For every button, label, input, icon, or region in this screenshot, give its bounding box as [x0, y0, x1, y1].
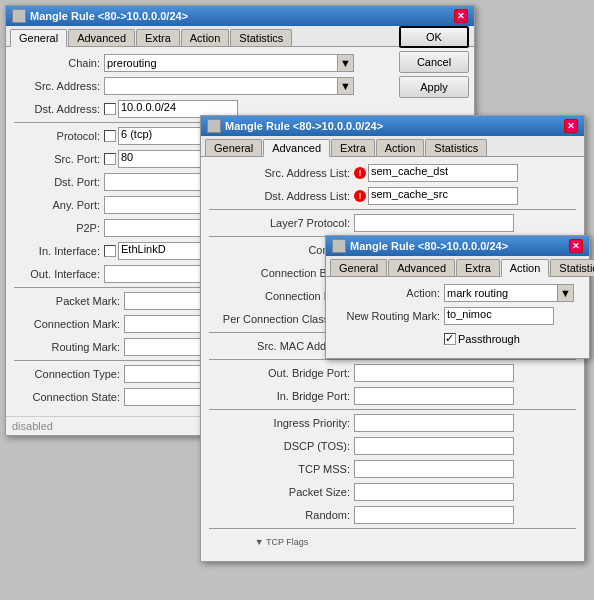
action-row: Action: mark routing ▼	[334, 283, 581, 303]
tab-general-3[interactable]: General	[330, 259, 387, 276]
chain-value: prerouting	[107, 57, 157, 69]
dscp-row: DSCP (TOS):	[209, 436, 576, 456]
tabs-3: General Advanced Extra Action Statistics	[326, 256, 589, 277]
window-icon-2	[207, 119, 221, 133]
src-address-dropdown-arrow[interactable]: ▼	[337, 78, 353, 94]
tab-advanced-2[interactable]: Advanced	[263, 139, 330, 157]
in-bridge-label: In. Bridge Port:	[209, 390, 354, 402]
window-title-3: Mangle Rule <80->10.0.0.0/24>	[350, 240, 508, 252]
ok-cancel-area: OK Cancel Apply	[399, 26, 469, 98]
tab-extra-3[interactable]: Extra	[456, 259, 500, 276]
window-icon-3	[332, 239, 346, 253]
ingress-label: Ingress Priority:	[209, 417, 354, 429]
passthrough-label: Passthrough	[458, 333, 520, 345]
new-routing-mark-row: New Routing Mark: to_nimoc	[334, 306, 581, 326]
tab-extra-2[interactable]: Extra	[331, 139, 375, 156]
packet-size-input[interactable]	[354, 483, 514, 501]
close-button-2[interactable]: ✕	[564, 119, 578, 133]
tab-statistics-1[interactable]: Statistics	[230, 29, 292, 46]
action-dropdown-arrow[interactable]: ▼	[557, 285, 573, 301]
ok-button[interactable]: OK	[399, 26, 469, 48]
protocol-checkbox[interactable]	[104, 130, 116, 142]
src-addr-exclaim: !	[354, 167, 366, 179]
action-value: mark routing	[447, 287, 508, 299]
chain-dropdown-arrow[interactable]: ▼	[337, 55, 353, 71]
packet-mark-label: Packet Mark:	[14, 295, 124, 307]
passthrough-row: Passthrough	[334, 329, 581, 349]
in-bridge-row: In. Bridge Port:	[209, 386, 576, 406]
tab-statistics-2[interactable]: Statistics	[425, 139, 487, 156]
protocol-label: Protocol:	[14, 130, 104, 142]
close-button-1[interactable]: ✕	[454, 9, 468, 23]
random-label: Random:	[209, 509, 354, 521]
tab-action-3[interactable]: Action	[501, 259, 550, 277]
dst-addr-list-row: Dst. Address List: ! sem_cache_src	[209, 186, 576, 206]
dscp-label: DSCP (TOS):	[209, 440, 354, 452]
connection-state-label: Connection State:	[14, 391, 124, 403]
in-interface-label: In. Interface:	[14, 245, 104, 257]
tab-extra-1[interactable]: Extra	[136, 29, 180, 46]
apply-button[interactable]: Apply	[399, 76, 469, 98]
connection-type-label: Connection Type:	[14, 368, 124, 380]
tcp-mss-input[interactable]	[354, 460, 514, 478]
in-bridge-input[interactable]	[354, 387, 514, 405]
tcp-flags-row: ▼ TCP Flags	[209, 532, 576, 552]
tabs-2: General Advanced Extra Action Statistics	[201, 136, 584, 157]
tab-advanced-1[interactable]: Advanced	[68, 29, 135, 46]
title-bar-1: Mangle Rule <80->10.0.0.0/24> ✕	[6, 6, 474, 26]
src-port-input[interactable]: 80	[118, 150, 208, 168]
random-input[interactable]	[354, 506, 514, 524]
layer7-label: Layer7 Protocol:	[209, 217, 354, 229]
src-port-label: Src. Port:	[14, 153, 104, 165]
tab-action-1[interactable]: Action	[181, 29, 230, 46]
passthrough-checkbox[interactable]	[444, 333, 456, 345]
tab-advanced-3[interactable]: Advanced	[388, 259, 455, 276]
src-address-combo[interactable]: ▼	[104, 77, 354, 95]
close-button-3[interactable]: ✕	[569, 239, 583, 253]
p2p-label: P2P:	[14, 222, 104, 234]
dscp-input[interactable]	[354, 437, 514, 455]
ingress-row: Ingress Priority:	[209, 413, 576, 433]
any-port-label: Any. Port:	[14, 199, 104, 211]
in-interface-checkbox[interactable]	[104, 245, 116, 257]
protocol-input[interactable]: 6 (tcp)	[118, 127, 208, 145]
tcp-mss-row: TCP MSS:	[209, 459, 576, 479]
random-row: Random:	[209, 505, 576, 525]
dst-address-checkbox[interactable]	[104, 103, 116, 115]
cancel-button[interactable]: Cancel	[399, 51, 469, 73]
tab-statistics-3[interactable]: Statistics	[550, 259, 594, 276]
window-title-2: Mangle Rule <80->10.0.0.0/24>	[225, 120, 383, 132]
ingress-input[interactable]	[354, 414, 514, 432]
window-icon-1	[12, 9, 26, 23]
packet-size-row: Packet Size:	[209, 482, 576, 502]
dst-addr-exclaim: !	[354, 190, 366, 202]
window-3: Mangle Rule <80->10.0.0.0/24> ✕ General …	[325, 235, 590, 359]
out-bridge-input[interactable]	[354, 364, 514, 382]
win2-form: Src. Address List: ! sem_cache_dst Dst. …	[201, 157, 584, 561]
chain-label: Chain:	[14, 57, 104, 69]
dst-addr-list-input[interactable]: sem_cache_src	[368, 187, 518, 205]
packet-size-label: Packet Size:	[209, 486, 354, 498]
tab-action-2[interactable]: Action	[376, 139, 425, 156]
tab-general-2[interactable]: General	[205, 139, 262, 156]
title-bar-3: Mangle Rule <80->10.0.0.0/24> ✕	[326, 236, 589, 256]
out-interface-label: Out. Interface:	[14, 268, 104, 280]
src-addr-list-row: Src. Address List: ! sem_cache_dst	[209, 163, 576, 183]
connection-mark-label: Connection Mark:	[14, 318, 124, 330]
tcp-flags-label[interactable]: ▼ TCP Flags	[209, 537, 354, 547]
layer7-row: Layer7 Protocol:	[209, 213, 576, 233]
in-interface-input[interactable]: EthLinkD	[118, 242, 208, 260]
out-bridge-row: Out. Bridge Port:	[209, 363, 576, 383]
action-combo[interactable]: mark routing ▼	[444, 284, 574, 302]
new-routing-mark-input[interactable]: to_nimoc	[444, 307, 554, 325]
form-area-3: Action: mark routing ▼ New Routing Mark:…	[326, 277, 589, 358]
routing-mark-label: Routing Mark:	[14, 341, 124, 353]
dst-port-label: Dst. Port:	[14, 176, 104, 188]
src-addr-list-input[interactable]: sem_cache_dst	[368, 164, 518, 182]
tab-general-1[interactable]: General	[10, 29, 67, 47]
form-area-2: Src. Address List: ! sem_cache_dst Dst. …	[201, 157, 584, 561]
dst-addr-list-label: Dst. Address List:	[209, 190, 354, 202]
src-port-checkbox[interactable]	[104, 153, 116, 165]
chain-combo[interactable]: prerouting ▼	[104, 54, 354, 72]
layer7-input[interactable]	[354, 214, 514, 232]
